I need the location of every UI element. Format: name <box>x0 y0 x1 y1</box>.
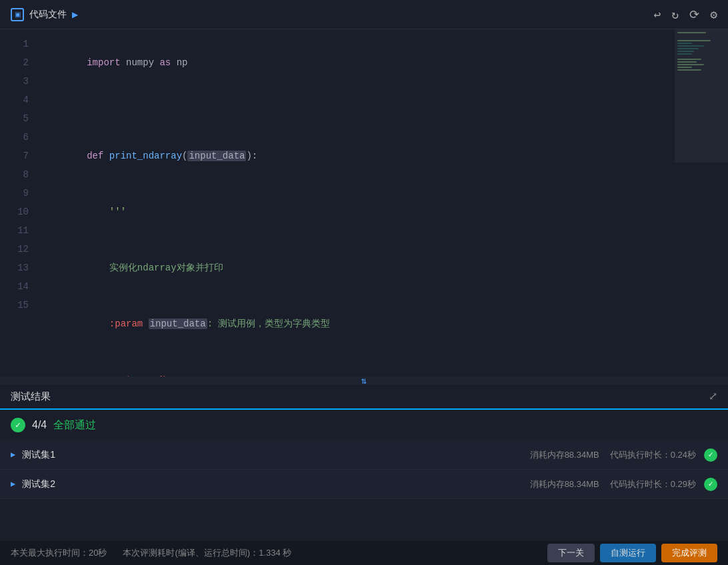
panel-title: 测试结果 <box>11 390 51 403</box>
line-numbers: 1 2 3 4 5 6 7 8 9 10 11 12 13 14 15 <box>0 29 37 376</box>
token: import <box>87 57 126 68</box>
test-set-1-name: 测试集1 <box>22 449 529 461</box>
settings-icon[interactable]: ⚙ <box>710 7 717 22</box>
file-icon: ▣ <box>11 8 24 21</box>
token: def <box>87 151 109 161</box>
test-set-2-memory: 消耗内存88.34MB <box>530 478 599 490</box>
token: input_data <box>149 318 207 329</box>
code-line-4: def print_ndarray(input_data): <box>37 128 668 184</box>
code-line-2 <box>37 91 668 109</box>
code-line-7: :param input_data: 测试用例，类型为字典类型 <box>37 296 668 352</box>
token: 实例化ndarray对象并打印 <box>87 263 223 273</box>
test-set-2-time: 代码执行时长：0.29秒 <box>610 478 696 490</box>
redo-icon[interactable]: ↻ <box>671 7 679 22</box>
bottom-panel: 测试结果 ⤢ ✓ 4/4 全部通过 ▶ 测试集1 消耗内存88.34MB 代码执… <box>0 384 728 541</box>
token: numpy <box>126 57 159 68</box>
header-left: ▣ 代码文件 ▶ <box>11 8 78 21</box>
test-set-1-check: ✓ <box>704 448 717 462</box>
test-set-2-check: ✓ <box>704 478 717 491</box>
code-line-5: ''' <box>37 184 668 240</box>
test-set-1-meta: 消耗内存88.34MB 代码执行时长：0.24秒 <box>530 449 696 461</box>
expand-icon[interactable]: ⤢ <box>709 390 717 403</box>
token: :param <box>87 318 148 329</box>
token: :return: None <box>87 374 182 376</box>
token: np <box>171 57 187 68</box>
test-arrow-icon: ▶ <box>11 450 15 460</box>
header-title: 代码文件 <box>29 9 67 21</box>
header-toolbar: ↩ ↻ ⟳ ⚙ <box>653 7 717 22</box>
token: : 测试用例，类型为字典类型 <box>207 318 331 329</box>
summary-check-icon: ✓ <box>11 418 25 432</box>
test-set-1-row[interactable]: ▶ 测试集1 消耗内存88.34MB 代码执行时长：0.24秒 ✓ <box>0 440 728 470</box>
test-set-1-time: 代码执行时长：0.24秒 <box>610 449 696 461</box>
minimap <box>675 29 728 163</box>
footer-eval-time: 本次评测耗时(编译、运行总时间)：1.334 秒 <box>123 547 291 559</box>
panel-header: 测试结果 ⤢ <box>0 384 728 410</box>
result-label: 全部通过 <box>53 418 96 432</box>
footer-buttons: 下一关 自测运行 完成评测 <box>547 544 717 562</box>
test-set-2-name: 测试集2 <box>22 478 529 490</box>
footer: 本关最大执行时间：20秒 本次评测耗时(编译、运行总时间)：1.334 秒 下一… <box>0 541 728 565</box>
prev-button[interactable]: 下一关 <box>547 544 595 562</box>
submit-button[interactable]: 完成评测 <box>661 544 717 562</box>
result-count: 4/4 <box>32 419 47 431</box>
code-line-1: import numpy as np <box>37 35 668 91</box>
code-line-8: :return: None <box>37 352 668 376</box>
test-set-1-memory: 消耗内存88.34MB <box>530 449 599 461</box>
test-arrow-icon-2: ▶ <box>11 479 15 489</box>
footer-max-time: 本关最大执行时间：20秒 <box>11 547 107 559</box>
test-set-2-row[interactable]: ▶ 测试集2 消耗内存88.34MB 代码执行时长：0.29秒 ✓ <box>0 470 728 499</box>
auto-run-button[interactable]: 自测运行 <box>600 544 656 562</box>
header-arrow: ▶ <box>72 10 78 19</box>
test-set-2-meta: 消耗内存88.34MB 代码执行时长：0.29秒 <box>530 478 696 490</box>
header: ▣ 代码文件 ▶ ↩ ↻ ⟳ ⚙ <box>0 0 728 29</box>
token: ): <box>246 151 257 161</box>
code-line-3 <box>37 109 668 128</box>
token-input-data: input_data <box>187 151 246 161</box>
undo-icon[interactable]: ↩ <box>653 7 661 22</box>
code-editor[interactable]: 1 2 3 4 5 6 7 8 9 10 11 12 13 14 15 impo… <box>0 29 728 376</box>
token: print_ndarray <box>109 151 182 161</box>
token-as: as <box>159 57 171 68</box>
result-summary: ✓ 4/4 全部通过 <box>0 410 728 440</box>
refresh-icon[interactable]: ⟳ <box>689 7 699 22</box>
code-lines[interactable]: import numpy as np def print_ndarray(inp… <box>37 29 728 376</box>
code-line-6: 实例化ndarray对象并打印 <box>37 240 668 296</box>
panel-divider[interactable]: ⇅ <box>0 376 728 384</box>
token: ''' <box>87 207 126 217</box>
